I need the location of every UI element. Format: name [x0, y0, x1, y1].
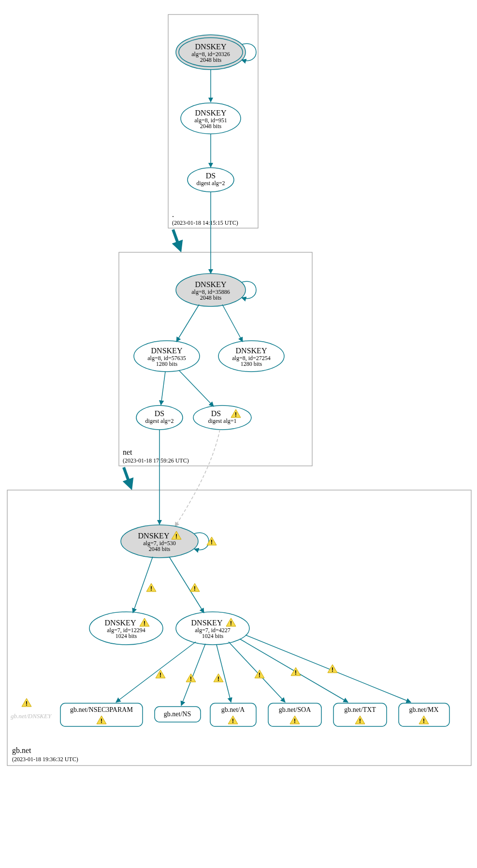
svg-text:1024 bits: 1024 bits	[202, 633, 224, 639]
svg-text:2048 bits: 2048 bits	[200, 57, 222, 63]
edge-zone-root-net	[173, 230, 179, 247]
svg-text:2048 bits: 2048 bits	[200, 123, 222, 130]
zone-label-net: net	[123, 448, 132, 456]
svg-text:DS: DS	[211, 409, 221, 418]
svg-text:gb.net/DNSKEY: gb.net/DNSKEY	[11, 712, 52, 720]
zone-timestamp-root: (2023-01-18 14:15:15 UTC)	[172, 219, 238, 226]
edge-zone-net-gbnet	[124, 467, 130, 485]
node-rec-mx: gb.net/MX	[399, 703, 449, 726]
edge-zsk2-soa	[229, 642, 285, 702]
node-gb-dnskey-gray: gb.net/DNSKEY	[11, 698, 52, 720]
svg-text:DNSKEY: DNSKEY	[191, 619, 223, 627]
node-rec-nsec3param: gb.net/NSEC3PARAM	[60, 703, 143, 726]
zone-timestamp-net: (2023-01-18 17:59:26 UTC)	[123, 457, 189, 464]
dnssec-diagram: ! . (2023-01-18 14:15:15 UTC) DNSKEY alg…	[0, 0, 477, 868]
svg-text:digest alg=2: digest alg=2	[196, 180, 225, 187]
node-rec-a: gb.net/A	[210, 703, 256, 726]
edge-net-ksk-zsk1	[176, 304, 199, 342]
svg-text:DS: DS	[155, 409, 164, 418]
edge-gb-ksk-zsk2	[169, 557, 204, 613]
svg-text:DNSKEY: DNSKEY	[195, 109, 227, 117]
svg-text:DNSKEY: DNSKEY	[138, 532, 170, 540]
svg-text:gb.net/MX: gb.net/MX	[409, 706, 438, 713]
node-net-zsk1: DNSKEY alg=8, id=57635 1280 bits	[134, 341, 200, 372]
svg-text:DNSKEY: DNSKEY	[195, 280, 227, 289]
node-net-ds1: DS digest alg=2	[136, 405, 183, 430]
svg-text:gb.net/NS: gb.net/NS	[164, 710, 191, 718]
svg-text:DNSKEY: DNSKEY	[195, 43, 227, 51]
zone-label-root: .	[172, 210, 174, 218]
node-net-ds2: DS digest alg=1	[193, 405, 251, 430]
svg-text:DS: DS	[206, 172, 216, 180]
svg-text:2048 bits: 2048 bits	[149, 546, 171, 552]
node-root-ds: DS digest alg=2	[188, 168, 234, 192]
svg-text:1280 bits: 1280 bits	[241, 361, 262, 367]
edge-zsk2-a	[217, 645, 231, 702]
edge-net-zsk1-ds2	[179, 370, 214, 406]
zone-label-gbnet: gb.net	[12, 746, 31, 755]
svg-text:2048 bits: 2048 bits	[200, 294, 222, 301]
node-gb-ksk: DNSKEY alg=7, id=530 2048 bits	[121, 525, 198, 558]
node-rec-ns: gb.net/NS	[155, 707, 201, 722]
svg-text:digest alg=2: digest alg=2	[145, 418, 173, 424]
svg-text:gb.net/NSEC3PARAM: gb.net/NSEC3PARAM	[70, 706, 133, 713]
warning-icon	[190, 583, 200, 592]
svg-text:1280 bits: 1280 bits	[156, 361, 178, 367]
warning-icon	[186, 674, 196, 682]
svg-text:gb.net/A: gb.net/A	[221, 706, 245, 713]
zone-timestamp-gbnet: (2023-01-18 19:36:32 UTC)	[12, 756, 78, 763]
svg-text:digest alg=1: digest alg=1	[208, 418, 236, 424]
node-root-zsk: DNSKEY alg=8, id=951 2048 bits	[181, 103, 241, 134]
edge-zsk2-nsec3param	[116, 642, 196, 702]
edge-net-ksk-zsk2	[222, 304, 243, 342]
svg-text:DNSKEY: DNSKEY	[105, 619, 136, 627]
warning-icon	[291, 667, 301, 676]
svg-text:1024 bits: 1024 bits	[116, 633, 137, 639]
edge-net-ds2-gb-ksk	[175, 430, 220, 527]
warning-icon	[22, 698, 31, 707]
warning-icon	[214, 674, 223, 682]
edge-zsk2-ns	[181, 644, 205, 706]
warning-icon	[146, 583, 156, 592]
node-net-zsk2: DNSKEY alg=8, id=27254 1280 bits	[218, 341, 284, 372]
node-rec-txt: gb.net/TXT	[333, 703, 387, 726]
svg-text:DNSKEY: DNSKEY	[151, 347, 183, 355]
svg-text:gb.net/TXT: gb.net/TXT	[344, 706, 376, 713]
node-rec-soa: gb.net/SOA	[268, 703, 321, 726]
node-gb-zsk1: DNSKEY alg=7, id=12294 1024 bits	[89, 612, 163, 645]
edge-net-zsk1-ds1	[161, 372, 165, 405]
node-root-ksk: DNSKEY alg=8, id=20326 2048 bits	[176, 35, 246, 70]
svg-text:DNSKEY: DNSKEY	[236, 347, 267, 355]
node-gb-zsk2: DNSKEY alg=7, id=4227 1024 bits	[176, 612, 249, 645]
svg-text:gb.net/SOA: gb.net/SOA	[279, 706, 311, 713]
edge-zsk2-mx	[246, 635, 411, 702]
node-net-ksk: DNSKEY alg=8, id=35886 2048 bits	[176, 274, 246, 306]
